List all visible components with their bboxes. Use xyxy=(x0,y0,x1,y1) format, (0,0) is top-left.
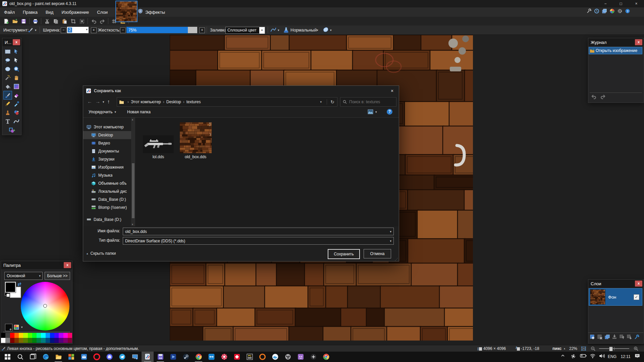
palette-panel-close-button[interactable]: x xyxy=(64,262,71,268)
print-icon[interactable] xyxy=(31,17,40,25)
redo-icon[interactable] xyxy=(98,17,107,25)
palette-swatch[interactable] xyxy=(14,333,19,338)
tool-recolor[interactable] xyxy=(12,108,21,117)
palette-swatch[interactable] xyxy=(23,338,28,343)
palette-swatches-chevron[interactable]: ▾ xyxy=(21,325,23,329)
taskbar-app-red-app[interactable] xyxy=(231,352,243,362)
battery-icon[interactable] xyxy=(579,354,588,358)
palette-swatch[interactable] xyxy=(46,338,50,343)
zoom-value[interactable]: 22% xyxy=(569,346,577,351)
menu-2[interactable]: Вид xyxy=(42,7,58,17)
sidebar-item-музыка[interactable]: Музыка xyxy=(83,171,131,179)
fill-combo-chevron[interactable]: ▾ xyxy=(259,27,265,34)
taskbar-app-edge[interactable] xyxy=(40,352,52,362)
palette-swatch[interactable] xyxy=(1,338,5,343)
sidebar-item-изображения[interactable]: Изображения xyxy=(83,163,131,171)
breadcrumb-item[interactable]: textures xyxy=(186,100,201,104)
taskbar-app-mail[interactable] xyxy=(78,352,90,362)
taskbar-app-start[interactable] xyxy=(1,352,13,362)
scrollbar-thumb[interactable] xyxy=(132,163,135,218)
breadcrumb-chevron[interactable]: ▾ xyxy=(320,100,322,104)
view-mode-button[interactable]: ▾ xyxy=(368,109,377,114)
refresh-icon[interactable]: ↻ xyxy=(327,99,334,105)
file-label-oldbox[interactable]: old_box.dds xyxy=(177,155,214,159)
organize-button[interactable]: Упорядочить▾ xyxy=(89,110,116,114)
tool-text[interactable] xyxy=(3,117,12,126)
taskbar-app-movie-app[interactable] xyxy=(167,352,179,362)
palette-swatch[interactable] xyxy=(59,333,63,338)
undo-icon[interactable] xyxy=(89,17,98,25)
palette-swatch[interactable] xyxy=(23,333,28,338)
history-toggle-icon[interactable] xyxy=(594,8,599,14)
taskbar-app-opera[interactable] xyxy=(91,352,103,362)
palette-swatch[interactable] xyxy=(37,333,41,338)
open-icon[interactable] xyxy=(10,17,19,25)
layers-toggle-icon[interactable] xyxy=(602,8,607,14)
save-icon[interactable] xyxy=(19,17,28,25)
unit-chevron[interactable]: ▴ xyxy=(564,347,565,350)
breadcrumb-item[interactable]: Desktop xyxy=(166,100,181,104)
tool-move-selected-pixels[interactable] xyxy=(12,47,21,56)
notification-icon[interactable] xyxy=(633,354,641,359)
touchpad-icon[interactable] xyxy=(570,354,577,359)
taskbar-app-pc-app[interactable]: PC xyxy=(244,352,256,362)
palette-swatch[interactable] xyxy=(5,338,10,343)
new-file-icon[interactable] xyxy=(2,17,10,25)
menu-0[interactable]: Файл xyxy=(0,7,19,17)
palette-swatch[interactable] xyxy=(19,333,23,338)
palette-swatch[interactable] xyxy=(63,333,68,338)
new-folder-button[interactable]: Новая папка xyxy=(127,110,151,114)
move-layer-down-icon[interactable] xyxy=(627,334,632,340)
sidebar-item-этот-компьютер[interactable]: Этот компьютер xyxy=(83,123,131,131)
palette-swatch[interactable] xyxy=(32,333,37,338)
file-label-lol[interactable]: lol.dds xyxy=(140,155,177,159)
help-icon[interactable]: ? xyxy=(625,8,630,14)
close-button[interactable]: × xyxy=(629,0,644,7)
copy-icon[interactable] xyxy=(51,17,60,25)
palette-swatch[interactable] xyxy=(68,333,72,338)
tool-pan[interactable] xyxy=(12,73,21,82)
palette-swatch[interactable] xyxy=(68,338,72,343)
palette-swatch[interactable] xyxy=(46,333,50,338)
colors-toggle-icon[interactable] xyxy=(609,8,615,14)
search-input[interactable] xyxy=(348,99,392,105)
palette-swatch[interactable] xyxy=(41,338,45,343)
palette-swatch[interactable] xyxy=(1,333,5,338)
width-combo[interactable]: 2 ▾ xyxy=(67,27,89,33)
palette-swatch[interactable] xyxy=(32,338,37,343)
wifi-icon[interactable] xyxy=(589,354,597,358)
layer-properties-icon[interactable] xyxy=(634,334,639,340)
menu-3[interactable]: Изображение xyxy=(57,7,93,17)
layer-row[interactable]: Фон ✓ xyxy=(589,288,642,306)
palette-swatch[interactable] xyxy=(50,333,54,338)
tool-dropdown-chevron[interactable]: ▾ xyxy=(35,28,37,32)
tool-lasso-select[interactable] xyxy=(3,56,12,65)
minimize-button[interactable]: − xyxy=(598,0,613,7)
taskbar-app-steam[interactable] xyxy=(180,352,192,362)
tool-eraser[interactable] xyxy=(12,91,21,100)
current-tool-brush-icon[interactable] xyxy=(28,27,34,33)
palette-swatch[interactable] xyxy=(10,333,14,338)
file-thumbnail-lol[interactable] xyxy=(143,135,174,153)
palette-swatch[interactable] xyxy=(10,338,14,343)
volume-icon[interactable] xyxy=(598,354,606,358)
palette-swatch[interactable] xyxy=(54,333,59,338)
tool-magic-wand[interactable] xyxy=(3,73,12,82)
fill-combo[interactable]: Сплошной цвет ▾ xyxy=(225,27,265,34)
add-layer-icon[interactable] xyxy=(590,334,595,340)
taskbar-app-chrome-2[interactable] xyxy=(320,352,332,362)
move-layer-up-icon[interactable] xyxy=(619,334,625,340)
nav-forward-icon[interactable]: → xyxy=(95,99,100,104)
sidebar-scrollbar[interactable]: ▴ ▾ xyxy=(131,118,135,226)
palette-swatch[interactable] xyxy=(14,338,19,343)
blend-mode-value[interactable]: Нормальный xyxy=(290,27,317,33)
taskbar-app-dark-app[interactable] xyxy=(307,352,319,362)
sidebar-item-data-base-d-[interactable]: Data_Base (D:) xyxy=(83,195,131,203)
taskbar-app-orange-app[interactable] xyxy=(256,352,268,362)
tool-paint-bucket[interactable] xyxy=(3,82,12,91)
cut-icon[interactable] xyxy=(43,17,51,25)
selection-mode-chevron[interactable]: ▾ xyxy=(330,28,332,32)
zoom-slider[interactable] xyxy=(599,348,629,349)
sidebar-item-видео[interactable]: Видео xyxy=(83,139,131,147)
width-decrease-button[interactable]: − xyxy=(61,27,66,33)
